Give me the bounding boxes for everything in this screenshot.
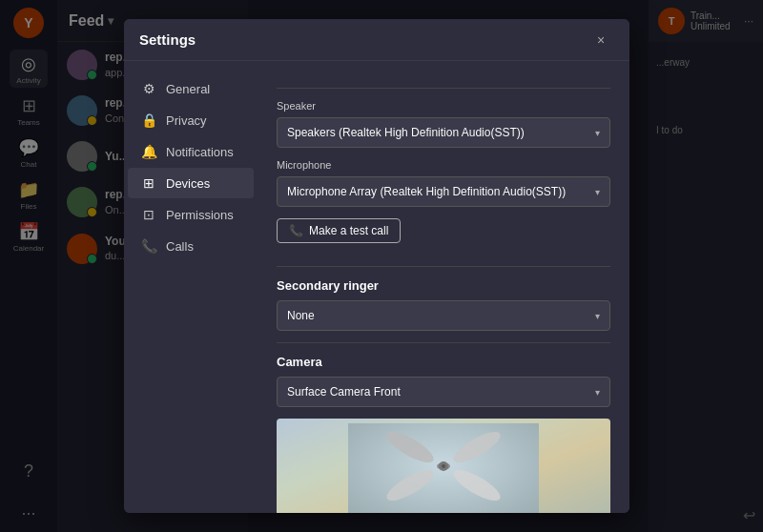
microphone-dropdown-arrow: ▾: [595, 187, 600, 197]
nav-label-permissions: Permissions: [166, 208, 234, 222]
devices-icon: ⊞: [141, 175, 156, 191]
nav-item-calls[interactable]: 📞 Calls: [128, 231, 254, 261]
camera-preview: Preview: [277, 419, 610, 513]
nav-label-calls: Calls: [166, 239, 194, 254]
nav-label-general: General: [166, 82, 210, 96]
settings-content: Speaker Speakers (Realtek High Definitio…: [258, 61, 629, 513]
microphone-dropdown[interactable]: Microphone Array (Realtek High Definitio…: [277, 176, 610, 207]
nav-label-notifications: Notifications: [166, 145, 234, 159]
test-call-label: Make a test call: [309, 224, 388, 237]
speaker-label: Speaker: [277, 100, 610, 112]
dialog-titlebar: Settings ×: [124, 19, 629, 61]
secondary-ringer-dropdown[interactable]: None ▾: [277, 300, 610, 331]
camera-dropdown-arrow: ▾: [595, 387, 600, 398]
speaker-dropdown[interactable]: Speakers (Realtek High Definition Audio(…: [277, 117, 610, 148]
dialog-title: Settings: [139, 31, 588, 48]
general-icon: ⚙: [141, 81, 156, 96]
nav-item-notifications[interactable]: 🔔 Notifications: [128, 136, 254, 167]
top-divider: [277, 88, 610, 89]
nav-item-privacy[interactable]: 🔒 Privacy: [128, 105, 254, 135]
svg-point-7: [442, 464, 445, 468]
camera-heading: Camera: [277, 355, 610, 369]
speaker-dropdown-arrow: ▾: [595, 128, 600, 138]
notifications-icon: 🔔: [141, 144, 156, 159]
microphone-label: Microphone: [277, 159, 610, 171]
phone-icon: 📞: [289, 224, 303, 237]
nav-label-privacy: Privacy: [166, 113, 207, 128]
secondary-ringer-dropdown-arrow: ▾: [595, 311, 600, 321]
mid-divider: [277, 266, 610, 267]
nav-label-devices: Devices: [166, 176, 210, 191]
close-button[interactable]: ×: [588, 27, 614, 53]
fan-svg: [348, 423, 539, 513]
camera-dropdown[interactable]: Surface Camera Front ▾: [277, 377, 610, 407]
dialog-body: ⚙ General 🔒 Privacy 🔔 Notifications ⊞ De…: [124, 61, 629, 513]
camera-feed: [277, 419, 610, 513]
test-call-button[interactable]: 📞 Make a test call: [277, 218, 401, 243]
speaker-value: Speakers (Realtek High Definition Audio(…: [287, 126, 525, 139]
nav-item-permissions[interactable]: ⊡ Permissions: [128, 199, 254, 230]
settings-nav: ⚙ General 🔒 Privacy 🔔 Notifications ⊞ De…: [124, 61, 258, 513]
nav-item-general[interactable]: ⚙ General: [128, 73, 254, 104]
camera-divider: [277, 342, 610, 343]
secondary-ringer-value: None: [287, 309, 315, 322]
camera-value: Surface Camera Front: [287, 385, 401, 399]
microphone-value: Microphone Array (Realtek High Definitio…: [287, 185, 566, 198]
nav-item-devices[interactable]: ⊞ Devices: [128, 168, 254, 198]
privacy-icon: 🔒: [141, 113, 156, 128]
settings-dialog: Settings × ⚙ General 🔒 Privacy 🔔 Notific…: [124, 19, 629, 513]
calls-icon: 📞: [141, 238, 156, 254]
secondary-ringer-heading: Secondary ringer: [277, 278, 610, 293]
permissions-icon: ⊡: [141, 207, 156, 222]
